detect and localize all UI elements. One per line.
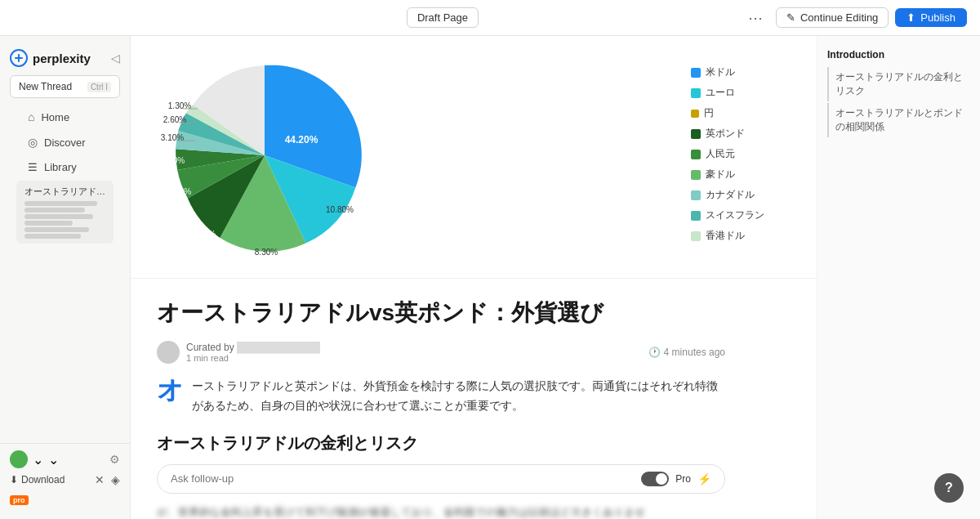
lib-line-2 <box>24 208 85 213</box>
pro-label: Pro <box>675 473 691 485</box>
legend-label-cad: カナダドル <box>706 188 755 202</box>
library-icon: ☰ <box>28 161 38 173</box>
user-info: ⌄ ⌄ <box>10 450 59 468</box>
avatar <box>10 450 28 468</box>
legend-label-jpy: 円 <box>704 106 714 120</box>
legend-item-cny: 人民元 <box>691 147 797 161</box>
settings-button[interactable]: ⚙ <box>109 453 120 466</box>
home-label: Home <box>41 111 69 123</box>
intro-body: ーストラリアドルと英ポンドは、外貨預金を検討する際に人気の選択肢です。両通貨には… <box>192 377 725 416</box>
chart-container: 44.20% 10.80% 8.30% 6.40% 3.50% 3.20% 3.… <box>150 49 671 265</box>
legend-color-cad <box>691 190 701 200</box>
article-title: オーストラリアドルvs英ポンド：外貨選び <box>157 298 725 328</box>
legend-color-aud <box>691 170 701 180</box>
legend-label-gbp: 英ポンド <box>706 127 745 141</box>
article-meta: Curated by ████████████ 1 min read 🕐 4 m… <box>157 341 725 364</box>
lib-line-6 <box>24 234 81 239</box>
toc-item-1[interactable]: オーストラリアドルの金利とリスク <box>827 67 970 101</box>
legend-color-hkd <box>691 231 701 241</box>
discover-label: Discover <box>44 136 86 149</box>
x-icon[interactable]: ✕ <box>95 473 105 486</box>
sidebar-top: perplexity ◁ New Thread Ctrl I ⌂ Home ◎ … <box>0 43 130 252</box>
pro-badge: pro <box>10 495 29 505</box>
follow-up-input[interactable] <box>171 472 641 485</box>
legend-label-cny: 人民元 <box>706 147 735 161</box>
new-thread-label: New Thread <box>19 81 72 92</box>
new-thread-button[interactable]: New Thread Ctrl I <box>10 75 120 98</box>
toc-panel: Introduction オーストラリアドルの金利とリスク オーストラリアドルと… <box>817 36 980 519</box>
chevron-icon: ⌄ <box>48 452 59 468</box>
home-icon: ⌂ <box>28 110 34 123</box>
sidebar-item-discover[interactable]: ◎ Discover <box>15 130 115 154</box>
legend-color-gbp <box>691 129 701 139</box>
clock-icon: 🕐 <box>648 347 661 358</box>
discover-icon: ◎ <box>28 136 38 149</box>
follow-up-bar: Pro ⚡ <box>157 464 725 494</box>
download-link[interactable]: ⬇ Download <box>10 474 65 485</box>
sidebar-item-home[interactable]: ⌂ Home <box>15 105 115 129</box>
sidebar: perplexity ◁ New Thread Ctrl I ⌂ Home ◎ … <box>0 36 131 519</box>
publish-button[interactable]: ⬆ Publish <box>895 8 967 27</box>
download-label: Download <box>21 474 65 485</box>
legend-item-usd: 米ドル <box>691 65 797 79</box>
svg-text:44.20%: 44.20% <box>285 134 318 145</box>
toc-item-2[interactable]: オーストラリアドルとポンドの相関関係 <box>827 103 970 137</box>
legend-item-cad: カナダドル <box>691 188 797 202</box>
read-time: 1 min read <box>186 353 320 363</box>
logo-text: perplexity <box>33 51 91 65</box>
section-heading-1: オーストラリアドルの金利とリスク <box>157 432 725 454</box>
logo-icon <box>10 49 28 67</box>
article-section: オーストラリアドルvs英ポンド：外貨選び Curated by ████████… <box>131 279 751 519</box>
topbar-right: ⋯ ✎ Continue Editing ⬆ Publish <box>742 6 967 30</box>
sidebar-library-label[interactable]: ☰ Library <box>15 155 115 179</box>
main-content: 44.20% 10.80% 8.30% 6.40% 3.50% 3.20% 3.… <box>131 36 817 519</box>
publish-icon: ⬆ <box>906 11 915 24</box>
toggle-dot <box>656 473 667 485</box>
timestamp-text: 4 minutes ago <box>664 347 725 358</box>
lightning-icon: ⚡ <box>697 472 711 485</box>
pie-chart: 44.20% 10.80% 8.30% 6.40% 3.50% 3.20% 3.… <box>150 49 395 262</box>
follow-up-right: Pro ⚡ <box>641 472 711 486</box>
legend-label-hkd: 香港ドル <box>706 229 745 243</box>
library-item-title: オーストラリアドルvs英ポン... <box>24 186 105 198</box>
legend-label-eur: ユーロ <box>706 86 735 100</box>
edit-icon: ✎ <box>786 11 795 24</box>
legend-color-usd <box>691 68 701 78</box>
library-item[interactable]: オーストラリアドルvs英ポン... <box>16 181 114 244</box>
legend-item-chf: スイスフラン <box>691 208 797 222</box>
sidebar-bottom: ⌄ ⌄ ⚙ ⬇ Download ✕ ◈ pro <box>0 443 130 512</box>
publish-label: Publish <box>920 11 956 24</box>
legend-color-cny <box>691 150 701 159</box>
help-button[interactable]: ? <box>934 473 964 503</box>
collapse-sidebar-button[interactable]: ◁ <box>111 51 120 65</box>
legend-item-gbp: 英ポンド <box>691 127 797 141</box>
lib-line-4 <box>24 221 73 226</box>
more-button[interactable]: ⋯ <box>742 6 769 30</box>
legend-item-eur: ユーロ <box>691 86 797 100</box>
expand-icon: ⌄ <box>33 452 43 468</box>
legend-color-chf <box>691 211 701 221</box>
new-thread-shortcut: Ctrl I <box>87 82 111 92</box>
article-body: が、世界的な金利上昇を受けて利下げ観測が後退しており、金利面での魅力は以前ほど大… <box>157 503 725 519</box>
draft-page-button[interactable]: Draft Page <box>407 7 479 28</box>
legend-color-jpy <box>691 110 699 118</box>
legend-label-usd: 米ドル <box>706 65 735 79</box>
discord-icon[interactable]: ◈ <box>111 473 120 486</box>
continue-editing-label: Continue Editing <box>800 11 878 24</box>
curated-text: Curated by ████████████ 1 min read <box>186 342 320 363</box>
article-intro: オ ーストラリアドルと英ポンドは、外貨預金を検討する際に人気の選択肢です。両通貨… <box>157 377 725 416</box>
download-icon: ⬇ <box>10 474 18 485</box>
library-text: Library <box>44 161 77 173</box>
continue-editing-button[interactable]: ✎ Continue Editing <box>776 7 889 28</box>
pro-toggle[interactable] <box>641 472 669 486</box>
main-layout: perplexity ◁ New Thread Ctrl I ⌂ Home ◎ … <box>0 36 980 519</box>
library-item-lines <box>24 201 105 239</box>
svg-text:3.20%: 3.20% <box>162 156 185 165</box>
legend-label-chf: スイスフラン <box>706 208 764 222</box>
author-name-blurred: ████████████ <box>237 342 320 353</box>
svg-text:3.50%: 3.50% <box>168 187 191 196</box>
chart-legend: 米ドル ユーロ 円 英ポンド <box>691 49 797 249</box>
right-panel: 44.20% 10.80% 8.30% 6.40% 3.50% 3.20% 3.… <box>131 36 980 519</box>
lib-line-1 <box>24 201 97 206</box>
curated-by: Curated by ████████████ 1 min read <box>157 341 320 364</box>
